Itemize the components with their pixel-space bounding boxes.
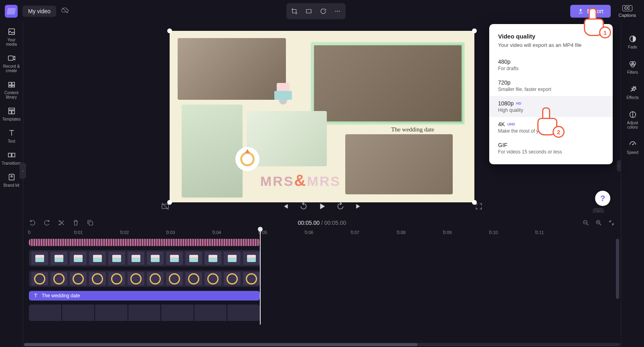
- ruler-tick: 0:03: [166, 230, 213, 238]
- text-track[interactable]: The wedding date: [29, 291, 260, 301]
- more-tool[interactable]: [331, 5, 344, 18]
- svg-point-16: [11, 176, 12, 177]
- export-panel-title: Video quality: [489, 33, 613, 42]
- panel-speed[interactable]: Speed: [623, 140, 643, 155]
- panel-effects[interactable]: Effects: [623, 85, 643, 100]
- sticker-track-cake[interactable]: [29, 250, 260, 266]
- cloud-sync-icon: [61, 6, 69, 16]
- nav-templates[interactable]: Templates: [2, 107, 22, 121]
- nav-label: Transitions: [2, 161, 21, 165]
- svg-rect-26: [89, 222, 93, 225]
- quality-720p[interactable]: 720p Smaller file, faster export: [489, 75, 613, 96]
- cc-icon: CC: [622, 5, 632, 11]
- resize-handle-tr[interactable]: [472, 28, 477, 33]
- rewind-button[interactable]: [298, 201, 309, 212]
- ruler-tick: 0:11: [535, 230, 581, 238]
- fit-tool[interactable]: [302, 5, 315, 18]
- svg-rect-12: [12, 111, 14, 114]
- app-logo[interactable]: [5, 5, 18, 18]
- panel-label: Effects: [626, 95, 638, 100]
- help-button[interactable]: ?: [595, 191, 610, 206]
- timeline-tracks: The wedding date: [29, 239, 619, 325]
- nav-transitions[interactable]: Transitions: [2, 151, 22, 165]
- panel-adjust-colors[interactable]: Adjust colors: [623, 110, 643, 129]
- cake-sticker[interactable]: [272, 83, 294, 105]
- quality-1080p[interactable]: 1080pHD High quality: [489, 96, 613, 117]
- ruler-tick: 0:05: [259, 230, 305, 238]
- quality-gif[interactable]: GIF For videos 15 seconds or less: [489, 138, 613, 159]
- project-name[interactable]: My video: [22, 6, 56, 17]
- video-track[interactable]: [29, 305, 260, 321]
- sticker-track-ring[interactable]: [29, 270, 260, 287]
- quality-480p[interactable]: 480p For drafts: [489, 54, 613, 75]
- captions-label: Captions: [619, 13, 636, 18]
- svg-point-2: [337, 11, 338, 12]
- zoom-in-button[interactable]: [594, 218, 603, 227]
- zoom-out-button[interactable]: [581, 218, 590, 227]
- canvas-caption[interactable]: The wedding date: [391, 126, 434, 133]
- svg-rect-5: [8, 56, 13, 61]
- nav-record-create[interactable]: Record & create: [2, 54, 22, 73]
- video-canvas[interactable]: The wedding date MRS&MRS: [170, 31, 474, 202]
- nav-label: Record & create: [2, 64, 22, 73]
- mrs-amp: &: [294, 171, 307, 189]
- export-button[interactable]: Export: [570, 5, 610, 18]
- canvas-photo-5[interactable]: [345, 134, 453, 194]
- nav-brand-kit[interactable]: Brand kit: [2, 173, 22, 188]
- ruler-tick: 0:01: [74, 230, 120, 238]
- nav-text[interactable]: Text: [2, 129, 22, 143]
- timeline-vertical-scrollbar[interactable]: [616, 239, 619, 299]
- skip-forward-button[interactable]: [353, 201, 365, 212]
- skip-back-button[interactable]: [279, 201, 291, 212]
- svg-rect-11: [8, 111, 11, 114]
- nav-label: Content library: [2, 91, 22, 99]
- nav-your-media[interactable]: Your media: [2, 27, 22, 46]
- ruler-tick: 0:07: [351, 230, 397, 238]
- toggle-captions-overlay[interactable]: [160, 201, 171, 212]
- svg-rect-6: [8, 83, 11, 85]
- ruler-tick: 0:10: [489, 230, 535, 238]
- panel-fade[interactable]: Fade: [623, 34, 643, 49]
- mrs-text-2: MRS: [307, 174, 341, 189]
- audio-track[interactable]: [29, 239, 260, 246]
- rotate-tool[interactable]: [317, 5, 330, 18]
- canvas-photo-2[interactable]: [311, 42, 465, 125]
- play-button[interactable]: [316, 201, 328, 212]
- nav-content-library[interactable]: Content library: [2, 80, 22, 99]
- nav-label: Your media: [2, 38, 22, 46]
- fit-timeline-button[interactable]: [607, 218, 616, 227]
- export-button-label: Export: [587, 8, 603, 14]
- ruler-tick: 0:04: [213, 230, 259, 238]
- panel-label: Speed: [627, 150, 638, 155]
- panel-filters[interactable]: Filters: [623, 60, 643, 75]
- delete-button[interactable]: [71, 218, 80, 227]
- resize-handle-tl[interactable]: [167, 28, 172, 33]
- ring-sticker[interactable]: [235, 147, 259, 171]
- export-panel-subtitle: Your video will export as an MP4 file: [489, 42, 613, 54]
- playhead[interactable]: [260, 228, 261, 325]
- current-time: 00:05.00: [298, 220, 320, 226]
- canvas-photo-3[interactable]: [182, 105, 243, 198]
- timeline-horizontal-scrollbar[interactable]: [24, 343, 620, 346]
- quality-4k[interactable]: 4KUHD Make the most of your…: [489, 117, 613, 138]
- nav-label: Brand kit: [4, 183, 19, 188]
- undo-button[interactable]: [28, 218, 37, 227]
- ruler-tick: 0:06: [305, 230, 351, 238]
- panel-label: Adjust colors: [623, 121, 643, 129]
- nav-label: Templates: [2, 117, 21, 121]
- forward-button[interactable]: [335, 201, 346, 212]
- text-track-label: The wedding date: [42, 293, 80, 299]
- timeline-ruler[interactable]: 0 0:01 0:02 0:03 0:04 0:05 0:06 0:07 0:0…: [28, 230, 620, 238]
- svg-rect-14: [12, 153, 14, 157]
- mrs-and-mrs-text[interactable]: MRS&MRS: [260, 171, 341, 190]
- redo-button[interactable]: [43, 218, 51, 227]
- collapse-timeline[interactable]: ⌄: [593, 208, 604, 213]
- crop-tool[interactable]: [288, 5, 301, 18]
- split-button[interactable]: [57, 218, 66, 227]
- fullscreen-button[interactable]: [473, 201, 484, 212]
- svg-point-24: [59, 220, 60, 222]
- canvas-photo-1[interactable]: [178, 38, 286, 100]
- text-icon: [33, 293, 38, 299]
- duplicate-button[interactable]: [86, 218, 95, 227]
- captions-button[interactable]: CC Captions: [616, 5, 639, 18]
